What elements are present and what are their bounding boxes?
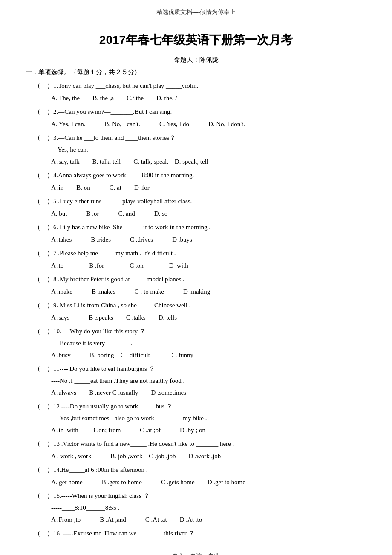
q11-stem: （ ）11---- Do you like to eat hamburgers … [34,363,366,375]
q12-sub: ----Yes ,but sometimes I also go to work… [51,413,366,424]
q10-options: A .busy B. boring C . difficult D . funn… [51,349,366,361]
q6-stem: （ ）6. Lily has a new bike .She ______it … [34,221,366,234]
question-2: （ ）2.—Can you swim?—_______.But I can si… [26,106,366,130]
q8-stem: （ ）8 .My brother Peter is good at _____m… [34,273,366,286]
q1-options: A. The, the B. the ,a C./,the D. the, / [51,92,366,104]
q4-options: A .in B. on C. at D .for [51,182,366,194]
q2-options: A. Yes, I can. B. No, I can't. C. Yes, I… [51,118,366,130]
q11-options: A .always B .never C .usually D .sometim… [51,387,366,399]
q12-options: A .in ;with B .on; from C .at ;of D .by … [51,424,366,436]
q6-options: A .takes B .rides C .drives D .buys [51,234,366,246]
q3-options: A .say, talk B. talk, tell C. talk, spea… [51,156,366,168]
question-7: （ ）7 .Please help me _____my math . It's… [26,247,366,272]
header-text: 精选优质文档----倾情为你奉上 [156,9,236,15]
question-14: （ ）14.He_____at 6::00in the afternoon . … [26,464,366,488]
q9-options: A .says B .speaks C .talks D. tells [51,312,366,324]
question-4: （ ）4.Anna always goes to work_____8:00 i… [26,169,366,194]
main-title: 2017年春七年级英语下册第一次月考 [26,32,366,48]
question-3: （ ）3.—Can he ___to them and ____them sto… [26,132,366,168]
q7-options: A .to B .for C .on D .with [51,260,366,272]
question-11: （ ）11---- Do you like to eat hamburgers … [26,363,366,399]
q10-sub: ----Because it is very _______ . [51,338,366,349]
question-16: （ ）16. -----Excuse me .How can we ______… [26,527,366,540]
question-10: （ ）10.----Why do you like this story ？ -… [26,325,366,361]
footer-text: 专心---专注---专业 [172,553,220,555]
q4-stem: （ ）4.Anna always goes to work_____8:00 i… [34,169,366,182]
q5-options: A. but B .or C. and D. so [51,208,366,220]
q13-stem: （ ）13 .Victor wants to find a new_____ .… [34,438,366,450]
question-13: （ ）13 .Victor wants to find a new_____ .… [26,438,366,462]
question-12: （ ）12.----Do you usually go to work ____… [26,400,366,436]
question-1: （ ）1.Tony can play ___chess, but he can'… [26,80,366,104]
q15-options: A .From ,to B .At ,and C .At ,at D .At ,… [51,514,366,526]
q14-stem: （ ）14.He_____at 6::00in the afternoon . [34,464,366,476]
page: 精选优质文档----倾情为你奉上 2017年春七年级英语下册第一次月考 命题人：… [0,0,392,555]
q8-options: A .make B .makes C . to make D .making [51,286,366,298]
q3-sub: —Yes, he can. [51,144,366,156]
q3-stem: （ ）3.—Can he ___to them and ____them sto… [34,132,366,144]
q14-options: A. get home B .gets to home C .gets home… [51,476,366,489]
q10-stem: （ ）10.----Why do you like this story ？ [34,325,366,338]
q5-stem: （ ）5 .Lucy either runs ______plays volle… [34,195,366,208]
q15-sub: -----____8:10______8:55 . [51,502,366,514]
q16-stem: （ ）16. -----Excuse me .How can we ______… [34,527,366,540]
q2-stem: （ ）2.—Can you swim?—_______.But I can si… [34,106,366,118]
q12-stem: （ ）12.----Do you usually go to work ____… [34,400,366,413]
header-banner: 精选优质文档----倾情为你奉上 [26,9,366,19]
q9-stem: （ ）9. Miss Li is from China , so she ___… [34,299,366,312]
question-5: （ ）5 .Lucy either runs ______plays volle… [26,195,366,220]
footer-banner: 专心---专注---专业 [26,552,366,555]
question-9: （ ）9. Miss Li is from China , so she ___… [26,299,366,324]
q7-stem: （ ）7 .Please help me _____my math . It's… [34,247,366,260]
question-15: （ ）15.-----When is your English class ？ … [26,490,366,526]
q13-options: A . work , work B. job ,work C .job ,job… [51,450,366,462]
question-6: （ ）6. Lily has a new bike .She ______it … [26,221,366,246]
q15-stem: （ ）15.-----When is your English class ？ [34,490,366,502]
q11-sub: ----No .I _____eat them .They are not he… [51,375,366,387]
question-8: （ ）8 .My brother Peter is good at _____m… [26,273,366,298]
section1-title: 一．单项选择。（每题１分，共２５分） [26,68,366,76]
author-line: 命题人：陈佩陇 [26,56,366,64]
q1-stem: （ ）1.Tony can play ___chess, but he can'… [34,80,366,92]
